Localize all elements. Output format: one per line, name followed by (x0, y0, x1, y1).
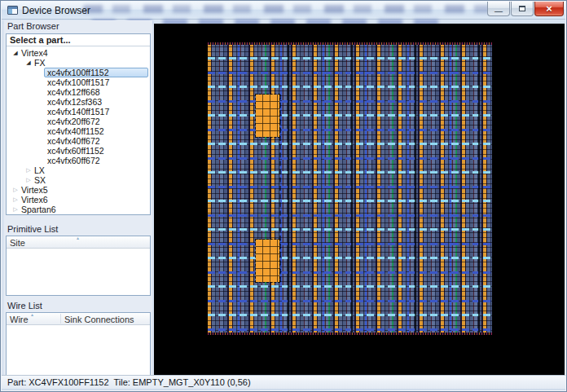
titlebar[interactable]: Device Browser — × (2, 2, 565, 20)
status-bar: Part: XC4VFX100FF1152 Tile: EMPTY_MGT_X0… (2, 375, 565, 389)
fabric-row-band (208, 171, 492, 174)
fabric-row-band (208, 328, 492, 331)
sink-connections-column-header[interactable]: Sink Connections (61, 313, 134, 325)
tree-item-Virtex5[interactable]: ▷Virtex5 (7, 185, 150, 195)
window-controls: — × (487, 2, 564, 16)
wire-column-header[interactable]: Wire (7, 313, 60, 325)
wire-list[interactable]: ▴ Wire Sink Connections (6, 312, 151, 377)
minimize-icon: — (494, 9, 503, 14)
tree-expanded-icon[interactable]: ◢ (24, 58, 33, 68)
tree-collapsed-icon[interactable]: ▷ (11, 185, 20, 195)
fabric-row-band (208, 100, 492, 103)
tree-item-xc4vfx20ff672[interactable]: xc4vfx20ff672 (7, 117, 150, 126)
fabric-row-band (208, 243, 492, 245)
tree-expanded-icon[interactable]: ◢ (11, 48, 20, 58)
tree-item-label: LX (34, 165, 45, 175)
ppc-column-dashed-line (279, 95, 281, 282)
ppc-block-tile[interactable] (256, 240, 279, 282)
fabric-row-band (208, 86, 492, 88)
clock-region-divider (288, 42, 289, 335)
fabric-row-band (208, 300, 492, 302)
tree-item-label: Spartan6 (21, 205, 56, 214)
fabric-row-band (208, 314, 492, 316)
part-tree[interactable]: Select a part... ◢Virtex4◢FXxc4vfx100ff1… (6, 33, 151, 215)
tree-item-xc4vfx60ff1152[interactable]: xc4vfx60ff1152 (7, 146, 150, 156)
tree-item-xc4vfx140ff1517[interactable]: xc4vfx140ff1517 (7, 107, 150, 117)
fabric-row-band (208, 143, 492, 145)
maximize-button[interactable] (511, 2, 534, 16)
tree-item-Virtex6[interactable]: ▷Virtex6 (7, 195, 150, 205)
tree-item-label: Virtex5 (21, 185, 48, 195)
part-browser-dock-title: Part Browser (4, 20, 152, 33)
close-icon: × (546, 3, 552, 14)
iob-tick-strip-bottom (208, 333, 492, 335)
wire-list-dock-title: Wire List (4, 300, 152, 312)
tree-item-label: SX (34, 175, 46, 185)
fpga-fabric[interactable] (208, 42, 492, 335)
tree-item-xc4vfx60ff672[interactable]: xc4vfx60ff672 (7, 156, 150, 165)
part-browser-dock: Part Browser Select a part... ◢Virtex4◢F… (4, 20, 152, 377)
fabric-row-band (208, 72, 492, 74)
device-browser-window: Device Browser — × Part Browser Select a… (0, 0, 567, 392)
maximize-icon (519, 6, 525, 11)
primitive-list[interactable]: ▴ Site (6, 236, 151, 296)
tree-item-xc4vfx100ff1517[interactable]: xc4vfx100ff1517 (7, 77, 150, 87)
clock-region-divider (351, 42, 353, 335)
wire-list-header-row: ▴ Wire Sink Connections (7, 313, 150, 325)
device-browser-app-icon (7, 6, 18, 15)
tree-collapsed-icon[interactable]: ▷ (24, 165, 33, 175)
tree-item-Spartan6[interactable]: ▷Spartan6 (7, 205, 150, 214)
tree-item-label: xc4vfx40ff672 (47, 136, 100, 146)
site-column-header[interactable]: Site (7, 236, 25, 249)
tree-item-label: xc4vfx20ff672 (47, 117, 100, 126)
primitive-list-dock-title: Primitive List (4, 223, 152, 236)
part-tree-header: Select a part... (7, 34, 150, 46)
tree-item-label: Virtex6 (21, 195, 48, 205)
fabric-row-band (208, 228, 492, 231)
status-text: Part: XC4VFX100FF1152 Tile: EMPTY_MGT_X0… (7, 377, 251, 387)
ppc-block-tile[interactable] (256, 95, 279, 137)
background-window-blur (83, 5, 490, 13)
tree-collapsed-icon[interactable]: ▷ (11, 195, 20, 205)
tree-item-xc4vfx12ff668[interactable]: xc4vfx12ff668 (7, 87, 150, 97)
fabric-row-band (208, 257, 492, 259)
tree-collapsed-icon[interactable]: ▷ (24, 175, 33, 185)
iob-tick-strip-top (208, 42, 492, 45)
tree-item-label: xc4vfx40ff1152 (47, 126, 104, 136)
fabric-row-band (208, 57, 492, 59)
tree-item-label: FX (34, 58, 45, 68)
tree-item-label: xc4vfx100ff1517 (47, 77, 109, 87)
tree-item-label: xc4vfx100ff1152 (47, 68, 109, 77)
part-tree-rows: ◢Virtex4◢FXxc4vfx100ff1152xc4vfx100ff151… (7, 48, 150, 214)
fabric-row-band (208, 186, 492, 188)
tree-item-SX[interactable]: ▷SX (7, 175, 150, 185)
tree-item-label: xc4vfx60ff672 (47, 156, 100, 165)
clock-region-divider (478, 42, 480, 335)
tree-item-xc4vfx40ff672[interactable]: xc4vfx40ff672 (7, 136, 150, 146)
tree-item-label: xc4vfx60ff1152 (47, 146, 104, 156)
tree-item-xc4vfx100ff1152[interactable]: xc4vfx100ff1152 (7, 68, 150, 77)
tree-item-label: Virtex4 (21, 48, 48, 58)
fabric-row-band (208, 200, 492, 202)
fabric-row-band (208, 129, 492, 131)
tree-collapsed-icon[interactable]: ▷ (11, 205, 20, 214)
tree-item-xc4vfx40ff1152[interactable]: xc4vfx40ff1152 (7, 126, 150, 136)
clock-region-divider (415, 42, 416, 335)
tree-item-FX[interactable]: ◢FX (7, 58, 150, 68)
fabric-row-band (208, 271, 492, 274)
tree-item-Virtex4[interactable]: ◢Virtex4 (7, 48, 150, 58)
fabric-row-band (208, 285, 492, 288)
fabric-row-band (208, 157, 492, 160)
primitive-list-header-row: ▴ Site (7, 236, 150, 249)
window-frame-bottom (2, 389, 565, 390)
close-button[interactable]: × (534, 2, 564, 16)
device-view-canvas[interactable] (154, 24, 565, 377)
fabric-row-band (208, 114, 492, 117)
minimize-button[interactable]: — (487, 2, 510, 16)
fabric-row-band (208, 214, 492, 217)
tree-item-xc4vfx12sf363[interactable]: xc4vfx12sf363 (7, 97, 150, 107)
window-title: Device Browser (22, 5, 90, 16)
tree-item-label: xc4vfx12ff668 (47, 87, 100, 97)
tree-item-LX[interactable]: ▷LX (7, 165, 150, 175)
tree-item-label: xc4vfx12sf363 (47, 97, 102, 107)
